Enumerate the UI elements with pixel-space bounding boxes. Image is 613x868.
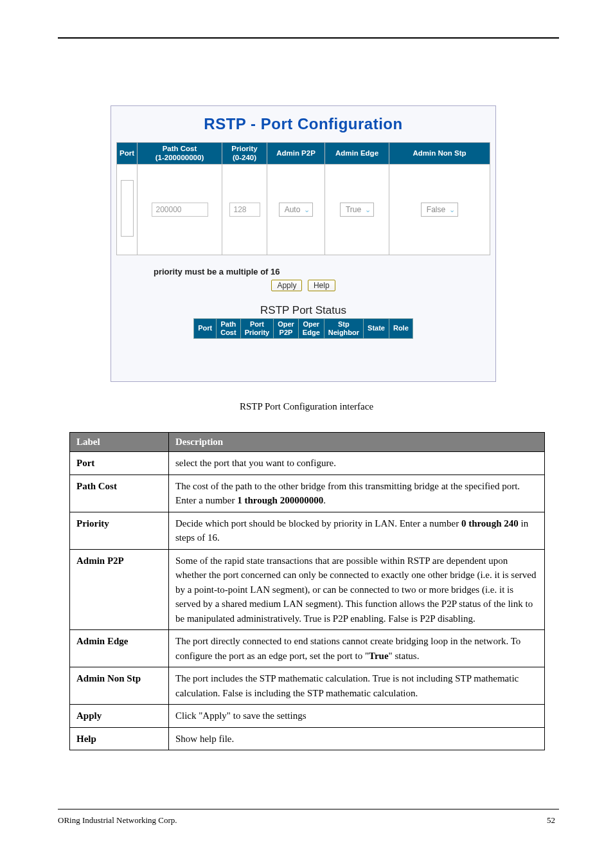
sth-port-priority: PortPriority <box>240 318 274 338</box>
priority-note: priority must be a multiple of 16 <box>154 267 490 276</box>
help-button[interactable]: Help <box>308 280 335 291</box>
row-desc: The port directly connected to end stati… <box>169 630 545 667</box>
row-desc: The cost of the path to the other bridge… <box>169 475 545 512</box>
table-row: Port select the port that you want to co… <box>70 452 545 475</box>
screenshot-figure: RSTP - Port Configuration Port Path Cost… <box>111 105 496 382</box>
sth-role: Role <box>389 318 413 338</box>
row-desc: select the port that you want to configu… <box>169 452 545 475</box>
row-label: Priority <box>70 512 169 549</box>
table-row: Help Show help file. <box>70 727 545 750</box>
port-config-table: Port Path Cost (1-200000000) Priority (0… <box>116 142 490 255</box>
admin-p2p-select[interactable]: Auto⌄ <box>279 203 314 217</box>
desc-header-label: Label <box>70 433 169 452</box>
row-label: Apply <box>70 705 169 728</box>
chevron-down-icon: ⌄ <box>365 203 371 217</box>
table-row: Auto⌄ True⌄ False⌄ <box>117 164 490 255</box>
row-label: Admin Non Stp <box>70 667 169 705</box>
sth-stp-neighbor: StpNeighbor <box>324 318 363 338</box>
chevron-down-icon: ⌄ <box>304 203 310 217</box>
port-select-list[interactable] <box>121 180 134 237</box>
desc-header-desc: Description <box>169 433 545 452</box>
figure-caption: RSTP Port Configuration interface <box>0 401 613 412</box>
row-desc: Show help file. <box>169 727 545 750</box>
status-title: RSTP Port Status <box>116 304 490 317</box>
th-admin-p2p: Admin P2P <box>267 143 325 165</box>
row-desc: Some of the rapid state transactions tha… <box>169 549 545 630</box>
admin-nonstp-select[interactable]: False⌄ <box>421 203 458 217</box>
row-label: Path Cost <box>70 475 169 512</box>
footer-page-number: 52 <box>547 815 555 826</box>
table-row: Admin Edge The port directly connected t… <box>70 630 545 667</box>
port-status-table: Port PathCost PortPriority OperP2P OperE… <box>193 318 413 339</box>
table-row: Admin Non Stp The port includes the STP … <box>70 667 545 705</box>
admin-edge-select[interactable]: True⌄ <box>340 203 374 217</box>
top-rule <box>58 37 559 39</box>
row-label: Port <box>70 452 169 475</box>
th-port: Port <box>117 143 138 165</box>
path-cost-input[interactable] <box>152 203 208 217</box>
footer-rule <box>58 809 559 809</box>
sth-port: Port <box>194 318 217 338</box>
figure-title: RSTP - Port Configuration <box>116 115 490 133</box>
priority-input[interactable] <box>229 203 260 217</box>
row-label: Admin Edge <box>70 630 169 667</box>
table-row: Priority Decide which port should be blo… <box>70 512 545 549</box>
chevron-down-icon: ⌄ <box>449 203 455 217</box>
table-row: Path Cost The cost of the path to the ot… <box>70 475 545 512</box>
row-desc: Click "Apply" to save the settings <box>169 705 545 728</box>
table-row: Apply Click "Apply" to save the settings <box>70 705 545 728</box>
th-admin-nonstp: Admin Non Stp <box>389 143 490 165</box>
sth-oper-p2p: OperP2P <box>274 318 299 338</box>
row-desc: Decide which port should be blocked by p… <box>169 512 545 549</box>
th-admin-edge: Admin Edge <box>325 143 389 165</box>
description-table: Label Description Port select the port t… <box>69 432 545 750</box>
sth-oper-edge: OperEdge <box>298 318 324 338</box>
sth-path-cost: PathCost <box>217 318 240 338</box>
footer-company: ORing Industrial Networking Corp. <box>58 815 177 826</box>
row-label: Help <box>70 727 169 750</box>
th-priority: Priority (0-240) <box>222 143 267 165</box>
sth-state: State <box>364 318 389 338</box>
row-label: Admin P2P <box>70 549 169 630</box>
table-row: Admin P2P Some of the rapid state transa… <box>70 549 545 630</box>
apply-button[interactable]: Apply <box>271 280 302 291</box>
th-path-cost: Path Cost (1-200000000) <box>138 143 222 165</box>
button-row: Apply Help <box>116 279 490 291</box>
row-desc: The port includes the STP mathematic cal… <box>169 667 545 705</box>
